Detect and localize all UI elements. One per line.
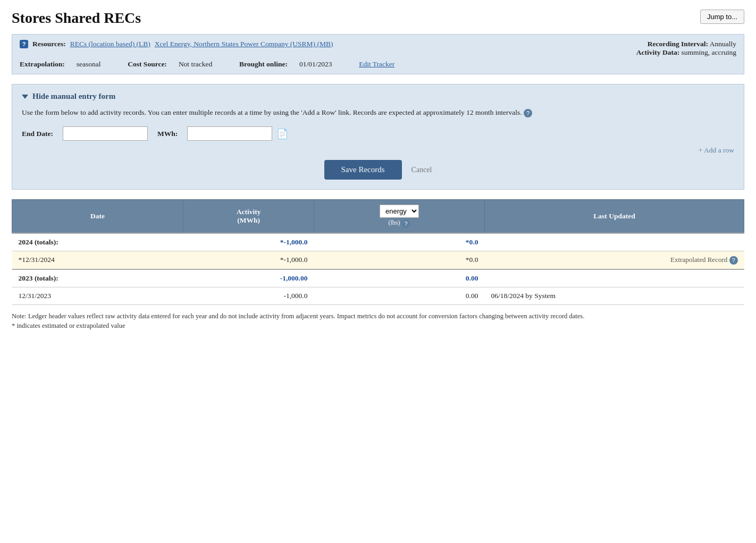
cell-energy: 0.00 bbox=[314, 287, 484, 304]
manual-entry-form-section: Hide manual entry form Use the form belo… bbox=[12, 84, 744, 190]
resources-label: Resources: bbox=[32, 40, 66, 48]
form-fields: End Date: MWh: 📄 bbox=[22, 126, 734, 141]
table-row: 2023 (totals): -1,000.00 0.00 bbox=[12, 269, 744, 287]
jump-to-button[interactable]: Jump to... bbox=[700, 10, 744, 24]
resource1-link[interactable]: RECs (location based) (LB) bbox=[70, 40, 150, 48]
mwh-group: 📄 bbox=[187, 126, 288, 141]
form-toggle-header[interactable]: Hide manual entry form bbox=[22, 92, 734, 101]
save-records-button[interactable]: Save Records bbox=[324, 160, 402, 180]
activity-data-label: Activity Data: bbox=[636, 48, 679, 56]
cost-source-value: Not tracked bbox=[179, 60, 212, 69]
add-row-link[interactable]: + Add a row bbox=[699, 146, 734, 155]
energy-help-icon[interactable]: ? bbox=[401, 219, 410, 228]
th-energy: energy (lbs) ? bbox=[314, 200, 484, 233]
edit-tracker-link[interactable]: Edit Tracker bbox=[359, 60, 394, 69]
cell-energy: 0.00 bbox=[314, 269, 484, 287]
form-description: Use the form below to add activity recor… bbox=[22, 107, 734, 118]
cell-year: 2024 (totals): bbox=[12, 233, 183, 251]
cancel-link[interactable]: Cancel bbox=[411, 166, 432, 174]
cell-activity: -1,000.00 bbox=[183, 269, 314, 287]
form-actions: Save Records Cancel bbox=[22, 160, 734, 180]
mwh-label: MWh: bbox=[157, 130, 178, 138]
energy-type-select[interactable]: energy bbox=[380, 205, 419, 218]
cell-activity: *-1,000.0 bbox=[183, 233, 314, 251]
recording-interval-label: Recording Interval: bbox=[648, 40, 708, 48]
cell-last-updated bbox=[484, 269, 744, 287]
cell-year: 2023 (totals): bbox=[12, 269, 183, 287]
cell-date: *12/31/2024 bbox=[12, 251, 183, 269]
th-date: Date bbox=[12, 200, 183, 233]
mwh-input[interactable] bbox=[187, 126, 272, 141]
resources-help-icon[interactable]: ? bbox=[20, 40, 28, 48]
note1: Note: Ledger header values reflect raw a… bbox=[12, 311, 744, 321]
table-row: *12/31/2024 *-1,000.0 *0.0 Extrapolated … bbox=[12, 251, 744, 269]
brought-online-label: Brought online: bbox=[239, 60, 288, 69]
th-last-updated: Last Updated bbox=[484, 200, 744, 233]
form-help-icon[interactable]: ? bbox=[524, 109, 532, 117]
recording-interval-value: Annually bbox=[710, 40, 736, 48]
add-row-section: + Add a row bbox=[22, 146, 734, 155]
page-title: Stores Shared RECs bbox=[12, 10, 141, 27]
th-activity: Activity (MWh) bbox=[183, 200, 314, 233]
cell-activity: -1,000.0 bbox=[183, 287, 314, 304]
table-body: 2024 (totals): *-1,000.0 *0.0 *12/31/202… bbox=[12, 233, 744, 305]
extrapolated-help-icon[interactable]: ? bbox=[729, 256, 738, 265]
table-row: 2024 (totals): *-1,000.0 *0.0 bbox=[12, 233, 744, 251]
activity-data-value: summing, accruing bbox=[682, 48, 736, 56]
end-date-label: End Date: bbox=[22, 130, 53, 138]
brought-online-value: 01/01/2023 bbox=[299, 60, 332, 69]
resource2-link[interactable]: Xcel Energy, Northern States Power Compa… bbox=[155, 40, 333, 48]
toggle-arrow-icon bbox=[22, 95, 28, 99]
activity-table: Date Activity (MWh) energy (lbs) ? bbox=[12, 199, 744, 304]
document-icon[interactable]: 📄 bbox=[276, 128, 288, 140]
tracker-info-box: ? Resources: RECs (location based) (LB) … bbox=[12, 34, 744, 74]
cell-energy: *0.0 bbox=[314, 251, 484, 269]
cell-last-updated: Extrapolated Record ? bbox=[484, 251, 744, 269]
cell-activity: *-1,000.0 bbox=[183, 251, 314, 269]
notes-section: Note: Ledger header values reflect raw a… bbox=[12, 311, 744, 332]
cell-date: 12/31/2023 bbox=[12, 287, 183, 304]
cell-last-updated: 06/18/2024 by System bbox=[484, 287, 744, 304]
note2: * indicates estimated or extrapolated va… bbox=[12, 321, 744, 331]
extrapolation-value: seasonal bbox=[77, 60, 101, 69]
table-row: 12/31/2023 -1,000.0 0.00 06/18/2024 by S… bbox=[12, 287, 744, 304]
cell-last-updated bbox=[484, 233, 744, 251]
form-section-title: Hide manual entry form bbox=[32, 92, 115, 101]
extrapolation-label: Extrapolation: bbox=[20, 60, 65, 69]
cell-energy: *0.0 bbox=[314, 233, 484, 251]
cost-source-label: Cost Source: bbox=[128, 60, 167, 69]
end-date-input[interactable] bbox=[63, 126, 148, 141]
